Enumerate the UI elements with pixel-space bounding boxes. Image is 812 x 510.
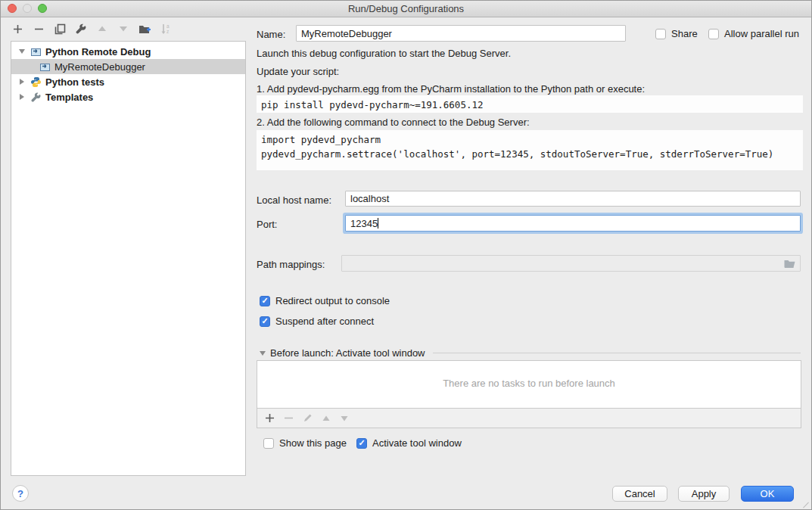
local-host-name-label: Local host name: [257,194,331,206]
svg-text:z: z [166,29,169,34]
configurations-toolbar: az [11,22,173,36]
show-this-page-checkbox[interactable]: Show this page [263,437,347,449]
resize-grip[interactable] [802,500,810,508]
remote-debug-config-icon [39,61,51,73]
text-caret [378,218,378,229]
activate-tool-window-label: Activate tool window [372,437,462,449]
tree-item-label: Templates [45,92,93,103]
tree-item-python-remote-debug[interactable]: Python Remote Debug [11,44,245,59]
cancel-button[interactable]: Cancel [612,486,667,502]
redirect-output-checkbox[interactable]: Redirect output to console [260,295,390,306]
create-new-folder-icon[interactable] [138,22,151,36]
traffic-lights [8,4,47,13]
settrace-code: import pydevd_pycharm pydevd_pycharm.set… [257,130,803,170]
name-label: Name: [257,29,285,40]
ok-button[interactable]: OK [741,486,794,502]
name-input[interactable] [296,25,626,42]
code-line: import pydevd_pycharm [261,134,381,145]
description-step2: 2. Add the following command to connect … [257,117,530,128]
port-input[interactable] [345,215,801,232]
move-task-up-icon [322,414,331,423]
checkbox-box[interactable] [263,438,274,449]
sort-alphabetically-icon: az [159,22,173,36]
suspend-after-connect-label: Suspend after connect [275,316,374,327]
edit-task-icon [303,413,313,423]
activate-tool-window-checkbox[interactable]: Activate tool window [356,437,462,449]
tree-item-myremotedebugger[interactable]: MyRemoteDebugger [11,59,245,74]
svg-text:a: a [166,23,170,29]
before-launch-title: Before launch: Activate tool window [270,347,425,359]
chevron-right-icon[interactable] [16,79,28,85]
before-launch-toolbar [257,409,801,428]
separator-line [433,353,801,353]
checkbox-box[interactable] [260,316,270,327]
edit-templates-icon[interactable] [74,22,88,36]
add-configuration-button[interactable] [11,22,24,36]
tree-item-label: Python tests [45,76,104,88]
copy-configuration-icon[interactable] [53,22,67,36]
collapse-icon[interactable] [260,351,266,356]
suspend-after-connect-checkbox[interactable]: Suspend after connect [260,316,374,327]
allow-parallel-run-checkbox[interactable]: Allow parallel run [708,28,799,39]
local-host-name-input[interactable] [345,191,801,207]
checkbox-box[interactable] [356,438,367,449]
configurations-tree: Python Remote Debug MyRemoteDebugger Pyt… [11,41,246,476]
port-label: Port: [257,219,277,230]
empty-tasks-message: There are no tasks to run before launch [257,361,801,389]
description-line: Update your script: [257,66,339,77]
redirect-output-label: Redirect output to console [275,295,390,306]
close-button[interactable] [8,4,17,13]
window-title: Run/Debug Configurations [348,3,464,14]
configuration-editor: Name: Share Allow parallel run Launch th… [257,17,803,510]
minimize-button [23,4,32,13]
wrench-icon [30,92,42,103]
chevron-right-icon[interactable] [16,94,28,100]
tree-item-templates[interactable]: Templates [11,89,245,104]
remote-debug-config-icon [30,46,42,58]
allow-parallel-run-label: Allow parallel run [724,28,799,39]
tree-item-python-tests[interactable]: Python tests [11,74,245,89]
before-launch-task-list[interactable]: There are no tasks to run before launch [257,360,801,409]
checkbox-box[interactable] [260,296,270,306]
browse-folder-icon[interactable] [784,259,796,269]
tree-item-label: Python Remote Debug [45,46,151,58]
show-this-page-label: Show this page [279,437,347,449]
move-task-down-icon [340,414,349,423]
title-bar: Run/Debug Configurations [1,1,811,17]
checkbox-box[interactable] [655,29,666,39]
zoom-button[interactable] [38,4,47,13]
help-button[interactable]: ? [12,485,29,502]
pip-install-code: pip install pydevd-pycharm~=191.6605.12 [257,95,803,113]
share-checkbox[interactable]: Share [655,28,698,39]
apply-button[interactable]: Apply [678,486,730,502]
tree-item-label: MyRemoteDebugger [54,61,145,73]
run-debug-configurations-dialog: Run/Debug Configurations az [0,0,812,510]
python-icon [30,76,42,88]
remove-configuration-button[interactable] [32,22,45,36]
checkbox-box[interactable] [708,29,719,39]
add-task-icon[interactable] [265,413,275,423]
chevron-down-icon[interactable] [16,49,28,54]
move-down-icon [117,22,130,36]
code-line: pydevd_pycharm.settrace('localhost', por… [261,148,773,160]
move-up-icon [95,22,109,36]
share-label: Share [671,28,698,39]
remove-task-icon [284,413,294,423]
path-mappings-input[interactable] [341,255,801,272]
before-launch-header[interactable]: Before launch: Activate tool window [260,347,801,359]
description-line: Launch this debug configuration to start… [257,48,511,59]
path-mappings-label: Path mappings: [257,259,325,270]
description-step1: 1. Add pydevd-pycharm.egg from the PyCha… [257,83,645,95]
